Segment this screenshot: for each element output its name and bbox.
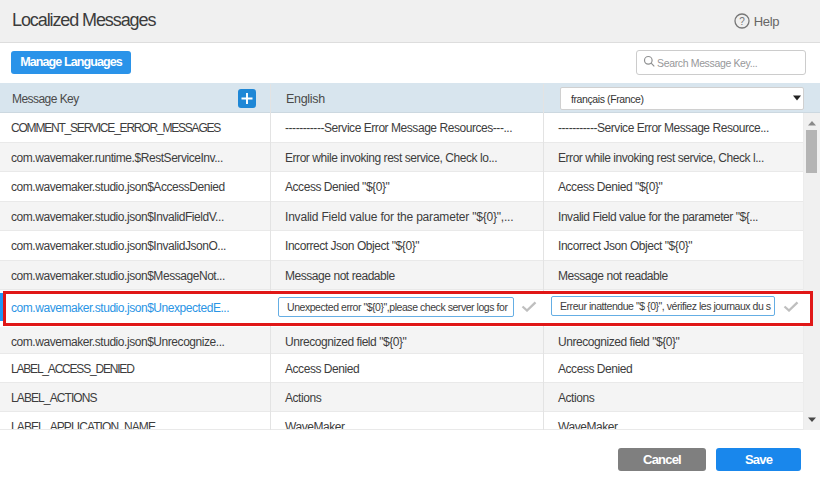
svg-text:?: ? [739,16,745,27]
